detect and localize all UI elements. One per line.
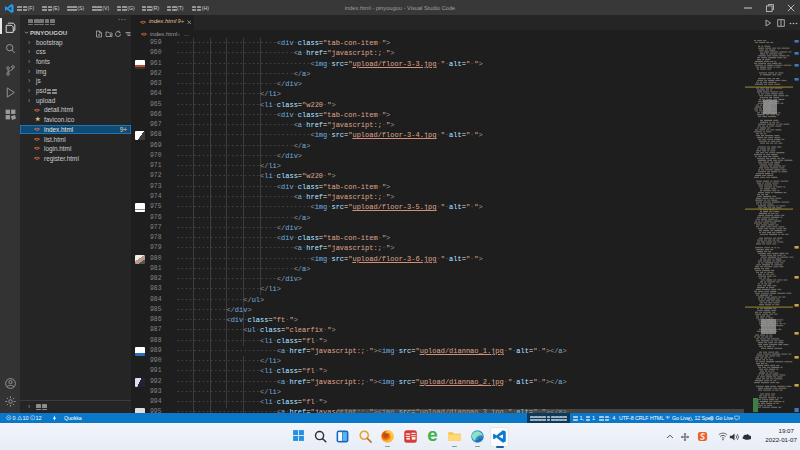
svg-text:e: e xyxy=(427,429,437,444)
